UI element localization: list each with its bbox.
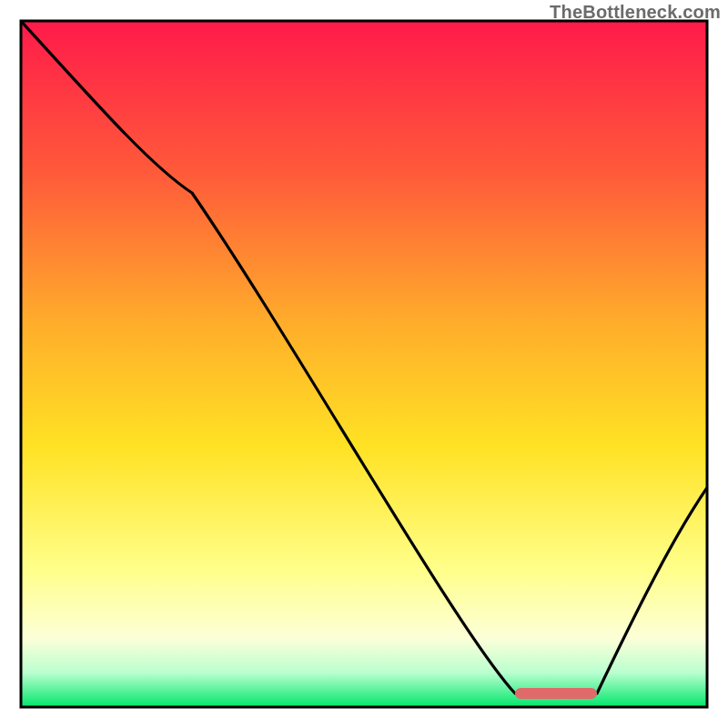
watermark-text: TheBottleneck.com	[550, 2, 721, 23]
chart-container: TheBottleneck.com	[0, 0, 728, 728]
optimal-range-marker	[515, 688, 597, 699]
heatmap-background	[21, 21, 707, 707]
chart-svg	[0, 0, 728, 728]
